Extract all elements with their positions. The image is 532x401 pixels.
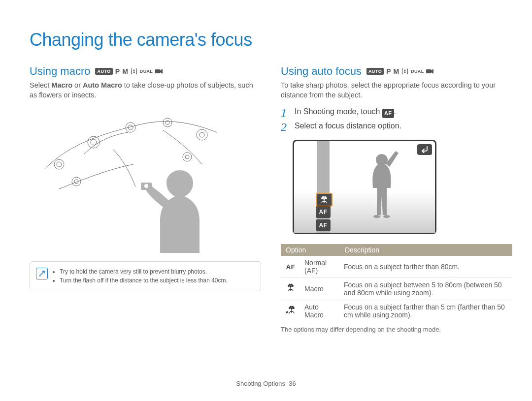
svg-point-5 — [126, 123, 135, 132]
macro-illustration — [30, 103, 261, 255]
using-macro-heading-text: Using macro — [30, 65, 90, 78]
mode-icons-left: AUTO P M DUAL — [95, 67, 163, 75]
step-2: Select a focus distance option. — [281, 120, 512, 132]
mode-p-icon: P — [386, 67, 391, 75]
footer-page-number: 36 — [289, 380, 296, 387]
svg-point-21 — [323, 198, 325, 200]
svg-point-10 — [200, 132, 204, 137]
right-column: Using auto focus AUTO P M DUAL To take s… — [281, 65, 512, 333]
step-1: In Shooting mode, touch AF. — [281, 106, 512, 118]
svg-point-26 — [290, 285, 292, 287]
macro-icon — [281, 278, 300, 300]
tip-item: Try to hold the camera very still to pre… — [60, 268, 254, 276]
using-macro-intro: Select Macro or Auto Macro to take close… — [30, 81, 261, 100]
af-icon: AF — [382, 109, 394, 118]
tip-box: Try to hold the camera very still to pre… — [30, 261, 261, 291]
screen-af-option-2: AF — [316, 219, 331, 231]
svg-point-1 — [54, 159, 64, 169]
svg-rect-0 — [155, 69, 160, 73]
using-auto-focus-heading-text: Using auto focus — [281, 65, 362, 78]
svg-point-35 — [292, 306, 294, 308]
svg-point-24 — [322, 196, 324, 198]
svg-point-30 — [291, 284, 293, 286]
page-footer: Shooting Options 36 — [0, 380, 532, 387]
mode-auto-icon: AUTO — [366, 68, 384, 75]
option-desc: Focus on a subject between 5 to 80cm (be… — [340, 278, 512, 300]
screen-back-button — [417, 144, 432, 155]
svg-point-34 — [290, 306, 292, 308]
left-column: Using macro AUTO P M DUAL Select Macro o… — [30, 65, 261, 333]
note-icon — [36, 268, 48, 279]
mode-dual-icon: DUAL — [411, 69, 424, 74]
mode-m-icon: M — [394, 67, 399, 75]
using-macro-heading: Using macro AUTO P M DUAL — [30, 65, 261, 78]
svg-point-18 — [376, 154, 388, 166]
svg-point-19 — [373, 215, 380, 218]
option-name: Macro — [300, 278, 340, 300]
mode-movie-icon — [426, 68, 434, 75]
option-name: Normal (AF) — [300, 256, 340, 278]
option-name: Auto Macro — [300, 300, 340, 322]
table-header-description: Description — [340, 244, 512, 256]
using-auto-focus-heading: Using auto focus AUTO P M DUAL — [281, 65, 512, 78]
mode-antishake-icon — [401, 68, 408, 75]
page-title: Changing the camera's focus — [30, 30, 502, 50]
svg-point-4 — [91, 139, 97, 145]
camera-screen: AF AF — [293, 140, 436, 234]
mode-dual-icon: DUAL — [140, 69, 153, 74]
svg-rect-17 — [426, 69, 431, 73]
svg-point-7 — [163, 118, 172, 127]
using-auto-focus-intro: To take sharp photos, select the appropr… — [281, 81, 512, 100]
option-desc: Focus on a subject farther than 80cm. — [340, 256, 512, 278]
screen-macro-option — [316, 193, 332, 207]
option-desc: Focus on a subject farther than 5 cm (fa… — [340, 300, 512, 322]
svg-point-25 — [324, 196, 326, 198]
svg-point-29 — [289, 284, 291, 286]
svg-point-8 — [166, 121, 169, 124]
table-header-option: Option — [281, 244, 340, 256]
footer-section: Shooting Options — [236, 380, 285, 387]
table-row: A Auto Macro Focus on a subject farther … — [281, 300, 512, 322]
screen-af-option: AF — [316, 206, 331, 218]
mode-icons-right: AUTO P M DUAL — [366, 67, 434, 75]
table-row: Macro Focus on a subject between 5 to 80… — [281, 278, 512, 300]
focus-options-table: Option Description AF Normal (AF) Focus … — [281, 244, 512, 322]
mode-auto-icon: AUTO — [95, 68, 112, 75]
mode-m-icon: M — [122, 67, 128, 75]
svg-point-13 — [72, 177, 81, 186]
table-footnote: The options may differ depending on the … — [281, 326, 512, 333]
svg-point-11 — [183, 153, 192, 161]
svg-point-31 — [291, 308, 293, 309]
svg-point-2 — [57, 162, 62, 167]
mode-movie-icon — [155, 68, 163, 75]
mode-antishake-icon — [131, 68, 137, 75]
svg-text:A: A — [286, 310, 289, 314]
svg-point-16 — [144, 184, 148, 188]
auto-macro-icon: A — [281, 300, 300, 322]
svg-point-9 — [197, 129, 207, 140]
svg-point-12 — [185, 155, 189, 159]
tip-item: Turn the flash off if the distance to th… — [60, 277, 254, 284]
steps-list: In Shooting mode, touch AF. Select a foc… — [281, 106, 512, 132]
svg-point-20 — [383, 215, 390, 218]
normal-af-icon: AF — [286, 263, 295, 271]
table-row: AF Normal (AF) Focus on a subject farthe… — [281, 256, 512, 278]
mode-p-icon: P — [115, 67, 120, 75]
